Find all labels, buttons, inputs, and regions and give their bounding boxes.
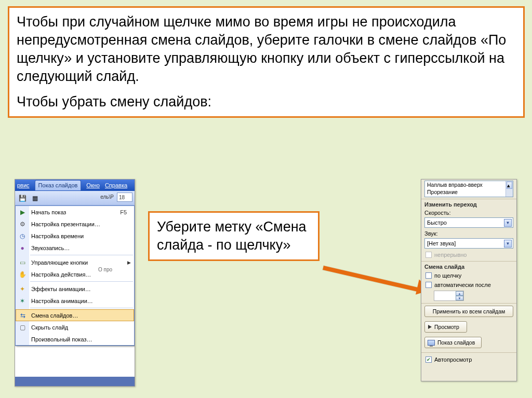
play-icon: [428, 325, 432, 329]
chevron-down-icon: ▼: [504, 219, 512, 227]
menu-item-slide-transition[interactable]: ⇆ Смена слайдов…: [16, 309, 134, 321]
star-icon: ✦: [16, 283, 29, 295]
menu-item-hide-slide[interactable]: ▢ Скрыть слайд: [16, 321, 134, 333]
toolbar-table-icon[interactable]: ▦: [30, 193, 40, 203]
menu-separator: [30, 255, 133, 255]
list-item[interactable]: Прорезание: [425, 188, 513, 196]
menubar: рвис Показ слайдов Окно Справка: [15, 180, 135, 191]
button-icon: ▭: [16, 256, 29, 268]
spin-up-icon[interactable]: ▲: [456, 291, 463, 296]
clock-icon: ◷: [16, 230, 29, 242]
instruction-sub: Чтобы убрать смену слайдов:: [17, 93, 516, 111]
menu-slideshow[interactable]: Показ слайдов: [35, 180, 82, 190]
loop-checkbox: непрерывно: [421, 250, 516, 259]
menu-separator: [30, 281, 133, 282]
menu-help[interactable]: Справка: [105, 182, 127, 188]
scroll-up-icon[interactable]: ▴: [507, 182, 512, 189]
sound-select[interactable]: [Нет звука] ▼: [424, 238, 513, 249]
speed-label: Скорость:: [421, 209, 516, 217]
instruction-textbox: Чтобы при случайном щелчке мимо во время…: [8, 6, 525, 118]
speed-select[interactable]: Быстро ▼: [424, 217, 513, 228]
arrow-shaft: [323, 266, 422, 293]
preview-button[interactable]: Просмотр: [424, 321, 467, 333]
scrollbar[interactable]: ▴: [506, 181, 513, 197]
menu-item-custom-show[interactable]: Произвольный показ…: [16, 333, 134, 345]
spin-down-icon[interactable]: ▼: [456, 296, 463, 300]
menu-screenshot: рвис Показ слайдов Окно Справка 💾 ▦ ель\…: [15, 179, 135, 387]
list-item[interactable]: Прорезание через чёрное: [425, 196, 513, 197]
menu-service[interactable]: рвис: [17, 182, 30, 188]
auto-after-time-spinner[interactable]: ▲▼: [434, 291, 464, 301]
section-modify-transition: Изменить переход: [421, 199, 516, 209]
checkbox-box[interactable]: ✔: [425, 356, 432, 363]
blank-icon: [16, 333, 29, 345]
menu-item-record-narration[interactable]: ● Звукозапись…: [16, 242, 134, 254]
task-pane: Наплыв вправо-вверх Прорезание Прорезани…: [421, 179, 517, 381]
checkbox-box: [425, 252, 432, 258]
checkbox-box[interactable]: [425, 272, 432, 279]
divider: [421, 303, 516, 304]
submenu-arrow-icon: ▶: [127, 260, 131, 265]
apply-all-button[interactable]: Применить ко всем слайдам: [424, 306, 513, 317]
section-advance-slide: Смена слайда: [421, 261, 516, 271]
menu-separator: [30, 308, 133, 308]
divider: [421, 352, 516, 353]
on-click-label: по щелчку: [434, 272, 461, 279]
callout-textbox: Уберите метку «Смена слайда - по щелчку»: [148, 211, 320, 261]
menu-item-action-settings[interactable]: ✋ Настройка действия…: [16, 268, 134, 280]
swap-icon: ⇆: [16, 310, 29, 321]
slideshow-button[interactable]: Показ слайдов: [424, 337, 482, 348]
transition-list[interactable]: Наплыв вправо-вверх Прорезание Прорезани…: [424, 181, 513, 197]
instruction-para: Чтобы при случайном щелчке мимо во время…: [17, 13, 516, 86]
list-item[interactable]: Наплыв вправо-вверх: [425, 181, 513, 188]
autopreview-checkbox[interactable]: ✔ Автопросмотр: [421, 355, 516, 364]
dropdown-menu: ▶ Начать показ F5 ⚙ Настройка презентаци…: [15, 205, 135, 346]
screen-icon: [428, 340, 435, 346]
menu-item-custom-animation[interactable]: ✶ Настройка анимации…: [16, 295, 134, 307]
toolbar: 💾 ▦ ель\Р 18: [15, 191, 135, 205]
hide-icon: ▢: [16, 321, 29, 333]
menu-item-start-show[interactable]: ▶ Начать показ F5: [16, 206, 134, 218]
mic-icon: ●: [16, 242, 29, 254]
auto-after-checkbox[interactable]: автоматически после: [421, 280, 516, 290]
slide-tab-strip: [15, 377, 135, 386]
menu-item-setup-show[interactable]: ⚙ Настройка презентации…: [16, 218, 134, 230]
callout-text: Уберите метку «Смена слайда - по щелчку»: [157, 219, 307, 253]
gear-icon: ⚙: [16, 218, 29, 230]
sound-value: [Нет звука]: [427, 240, 456, 246]
speed-value: Быстро: [427, 219, 447, 226]
chevron-down-icon: ▼: [504, 240, 512, 248]
loop-label: непрерывно: [434, 252, 467, 258]
menu-item-animation-schemes[interactable]: ✦ Эффекты анимации…: [16, 283, 134, 295]
hand-icon: ✋: [16, 268, 29, 280]
menu-item-action-buttons[interactable]: ▭ Управляющие кнопки ▶: [16, 256, 134, 268]
menu-window[interactable]: Окно: [86, 182, 100, 188]
auto-after-label: автоматически после: [434, 282, 491, 288]
toolbar-file-hint: ель\Р: [100, 194, 114, 200]
play-icon: ▶: [16, 206, 29, 218]
toolbar-save-icon[interactable]: 💾: [17, 193, 28, 203]
autopreview-label: Автопросмотр: [434, 356, 472, 363]
slide-canvas-area: [15, 346, 135, 377]
on-click-checkbox[interactable]: по щелчку: [421, 271, 516, 280]
toolbar-number-field[interactable]: 18: [117, 193, 132, 202]
sound-label: Звук:: [421, 229, 516, 238]
menu-item-rehearse-timing[interactable]: ◷ Настройка времени: [16, 230, 134, 242]
checkbox-box[interactable]: [425, 282, 432, 288]
sparkle-icon: ✶: [16, 295, 29, 307]
